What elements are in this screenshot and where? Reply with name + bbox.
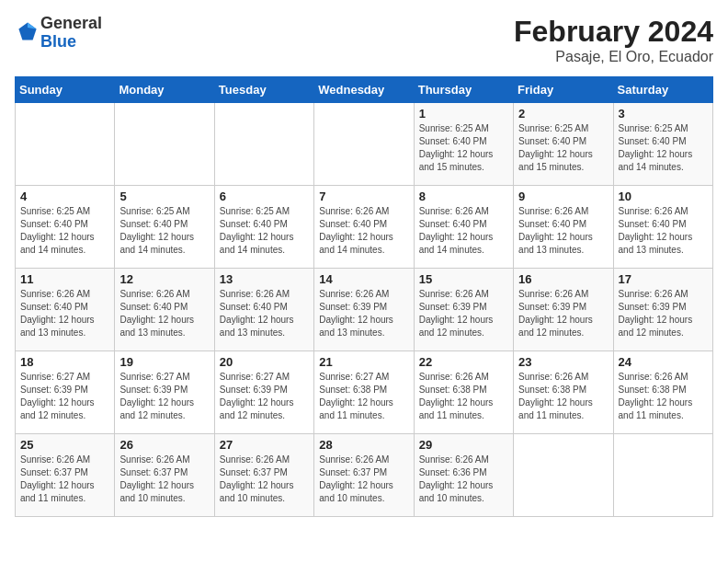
day-info: Sunrise: 6:25 AM Sunset: 6:40 PM Dayligh…: [220, 205, 309, 257]
day-number: 14: [319, 272, 408, 286]
day-number: 26: [119, 438, 209, 452]
calendar-cell: [214, 103, 313, 186]
title-block: February 2024 Pasaje, El Oro, Ecuador: [514, 15, 713, 65]
calendar-cell: 8Sunrise: 6:26 AM Sunset: 6:40 PM Daylig…: [414, 186, 513, 269]
day-header-saturday: Saturday: [613, 77, 712, 103]
day-number: 6: [220, 190, 309, 203]
day-info: Sunrise: 6:25 AM Sunset: 6:40 PM Dayligh…: [419, 122, 508, 174]
day-info: Sunrise: 6:27 AM Sunset: 6:39 PM Dayligh…: [220, 371, 309, 422]
day-number: 23: [518, 355, 608, 369]
day-header-monday: Monday: [115, 77, 214, 103]
calendar-cell: 6Sunrise: 6:25 AM Sunset: 6:40 PM Daylig…: [214, 186, 313, 269]
calendar-cell: 14Sunrise: 6:26 AM Sunset: 6:39 PM Dayli…: [314, 269, 414, 351]
calendar-cell: 22Sunrise: 6:26 AM Sunset: 6:38 PM Dayli…: [414, 351, 513, 434]
calendar-header: SundayMondayTuesdayWednesdayThursdayFrid…: [16, 77, 713, 103]
day-number: 18: [20, 355, 109, 369]
calendar-cell: [613, 434, 712, 517]
calendar-cell: 20Sunrise: 6:27 AM Sunset: 6:39 PM Dayli…: [214, 351, 313, 434]
calendar-title: February 2024: [514, 15, 713, 49]
day-number: 17: [619, 272, 708, 286]
day-number: 13: [220, 272, 309, 286]
day-info: Sunrise: 6:26 AM Sunset: 6:40 PM Dayligh…: [119, 288, 209, 339]
day-info: Sunrise: 6:26 AM Sunset: 6:37 PM Dayligh…: [20, 454, 109, 505]
logo-icon: [17, 20, 39, 42]
calendar-cell: 25Sunrise: 6:26 AM Sunset: 6:37 PM Dayli…: [16, 434, 115, 517]
day-info: Sunrise: 6:26 AM Sunset: 6:40 PM Dayligh…: [518, 205, 608, 257]
day-number: 11: [20, 272, 109, 286]
day-info: Sunrise: 6:26 AM Sunset: 6:37 PM Dayligh…: [220, 454, 309, 505]
calendar-cell: 12Sunrise: 6:26 AM Sunset: 6:40 PM Dayli…: [115, 269, 214, 351]
calendar-cell: 7Sunrise: 6:26 AM Sunset: 6:40 PM Daylig…: [314, 186, 414, 269]
calendar-cell: [115, 103, 214, 186]
day-info: Sunrise: 6:26 AM Sunset: 6:38 PM Dayligh…: [419, 371, 508, 422]
day-header-wednesday: Wednesday: [314, 77, 414, 103]
day-header-tuesday: Tuesday: [214, 77, 313, 103]
day-header-thursday: Thursday: [414, 77, 513, 103]
day-info: Sunrise: 6:25 AM Sunset: 6:40 PM Dayligh…: [119, 205, 209, 257]
day-number: 27: [220, 438, 309, 452]
calendar-body: 1Sunrise: 6:25 AM Sunset: 6:40 PM Daylig…: [16, 103, 713, 517]
calendar-cell: 17Sunrise: 6:26 AM Sunset: 6:39 PM Dayli…: [613, 269, 712, 351]
calendar-cell: 16Sunrise: 6:26 AM Sunset: 6:39 PM Dayli…: [514, 269, 613, 351]
day-number: 29: [419, 438, 508, 452]
calendar-week-1: 4Sunrise: 6:25 AM Sunset: 6:40 PM Daylig…: [16, 186, 713, 269]
day-info: Sunrise: 6:26 AM Sunset: 6:39 PM Dayligh…: [419, 288, 508, 339]
calendar-subtitle: Pasaje, El Oro, Ecuador: [514, 49, 713, 65]
day-info: Sunrise: 6:26 AM Sunset: 6:37 PM Dayligh…: [119, 454, 209, 505]
day-info: Sunrise: 6:27 AM Sunset: 6:38 PM Dayligh…: [319, 371, 408, 422]
day-number: 25: [20, 438, 109, 452]
calendar-week-2: 11Sunrise: 6:26 AM Sunset: 6:40 PM Dayli…: [16, 269, 713, 351]
day-info: Sunrise: 6:27 AM Sunset: 6:39 PM Dayligh…: [20, 371, 109, 422]
calendar-week-3: 18Sunrise: 6:27 AM Sunset: 6:39 PM Dayli…: [16, 351, 713, 434]
calendar-cell: 27Sunrise: 6:26 AM Sunset: 6:37 PM Dayli…: [214, 434, 313, 517]
day-number: 20: [220, 355, 309, 369]
calendar-table: SundayMondayTuesdayWednesdayThursdayFrid…: [15, 76, 713, 517]
day-number: 4: [20, 190, 109, 203]
day-number: 9: [518, 190, 608, 203]
day-info: Sunrise: 6:26 AM Sunset: 6:37 PM Dayligh…: [319, 454, 408, 505]
calendar-cell: 29Sunrise: 6:26 AM Sunset: 6:36 PM Dayli…: [414, 434, 513, 517]
calendar-cell: 11Sunrise: 6:26 AM Sunset: 6:40 PM Dayli…: [16, 269, 115, 351]
day-info: Sunrise: 6:25 AM Sunset: 6:40 PM Dayligh…: [20, 205, 109, 257]
day-info: Sunrise: 6:27 AM Sunset: 6:39 PM Dayligh…: [119, 371, 209, 422]
day-number: 3: [619, 107, 708, 121]
day-info: Sunrise: 6:25 AM Sunset: 6:40 PM Dayligh…: [619, 122, 708, 174]
day-number: 8: [419, 190, 508, 203]
logo-blue-text: Blue: [40, 32, 76, 51]
day-number: 24: [619, 355, 708, 369]
day-info: Sunrise: 6:26 AM Sunset: 6:40 PM Dayligh…: [20, 288, 109, 339]
day-number: 28: [319, 438, 408, 452]
calendar-cell: 2Sunrise: 6:25 AM Sunset: 6:40 PM Daylig…: [514, 103, 613, 186]
calendar-cell: [314, 103, 414, 186]
calendar-cell: 13Sunrise: 6:26 AM Sunset: 6:40 PM Dayli…: [214, 269, 313, 351]
day-info: Sunrise: 6:26 AM Sunset: 6:36 PM Dayligh…: [419, 454, 508, 505]
day-number: 19: [119, 355, 209, 369]
day-info: Sunrise: 6:26 AM Sunset: 6:40 PM Dayligh…: [419, 205, 508, 257]
day-number: 1: [419, 107, 508, 121]
day-info: Sunrise: 6:26 AM Sunset: 6:39 PM Dayligh…: [619, 288, 708, 339]
day-header-sunday: Sunday: [16, 77, 115, 103]
day-info: Sunrise: 6:26 AM Sunset: 6:40 PM Dayligh…: [319, 205, 408, 257]
day-info: Sunrise: 6:26 AM Sunset: 6:39 PM Dayligh…: [319, 288, 408, 339]
calendar-cell: 24Sunrise: 6:26 AM Sunset: 6:38 PM Dayli…: [613, 351, 712, 434]
calendar-cell: 21Sunrise: 6:27 AM Sunset: 6:38 PM Dayli…: [314, 351, 414, 434]
calendar-cell: 18Sunrise: 6:27 AM Sunset: 6:39 PM Dayli…: [16, 351, 115, 434]
calendar-cell: 5Sunrise: 6:25 AM Sunset: 6:40 PM Daylig…: [115, 186, 214, 269]
calendar-cell: 15Sunrise: 6:26 AM Sunset: 6:39 PM Dayli…: [414, 269, 513, 351]
day-number: 21: [319, 355, 408, 369]
calendar-cell: 4Sunrise: 6:25 AM Sunset: 6:40 PM Daylig…: [16, 186, 115, 269]
calendar-cell: 19Sunrise: 6:27 AM Sunset: 6:39 PM Dayli…: [115, 351, 214, 434]
day-number: 16: [518, 272, 608, 286]
calendar-cell: 26Sunrise: 6:26 AM Sunset: 6:37 PM Dayli…: [115, 434, 214, 517]
day-number: 7: [319, 190, 408, 203]
day-info: Sunrise: 6:26 AM Sunset: 6:40 PM Dayligh…: [220, 288, 309, 339]
calendar-cell: 3Sunrise: 6:25 AM Sunset: 6:40 PM Daylig…: [613, 103, 712, 186]
day-header-friday: Friday: [514, 77, 613, 103]
calendar-cell: 9Sunrise: 6:26 AM Sunset: 6:40 PM Daylig…: [514, 186, 613, 269]
day-info: Sunrise: 6:26 AM Sunset: 6:38 PM Dayligh…: [619, 371, 708, 422]
day-number: 12: [119, 272, 209, 286]
calendar-cell: [16, 103, 115, 186]
calendar-cell: 23Sunrise: 6:26 AM Sunset: 6:38 PM Dayli…: [514, 351, 613, 434]
day-info: Sunrise: 6:26 AM Sunset: 6:39 PM Dayligh…: [518, 288, 608, 339]
calendar-week-4: 25Sunrise: 6:26 AM Sunset: 6:37 PM Dayli…: [16, 434, 713, 517]
